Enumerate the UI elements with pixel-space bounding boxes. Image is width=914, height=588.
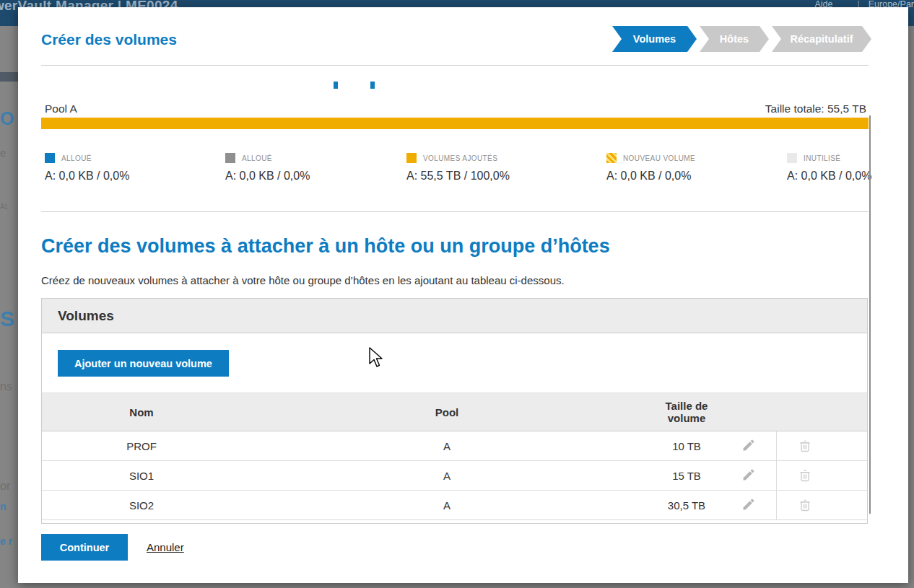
column-header-size: Taille de volume	[653, 400, 721, 424]
backdrop-text-fragment: e r	[0, 535, 18, 547]
legend-item-unused: INUTILISÉ A: 0,0 KB / 0,0%	[787, 153, 874, 183]
legend-item-added-volumes: VOLUMES AJOUTÉS A: 55,5 TB / 100,0%	[406, 153, 580, 183]
backdrop-text-fragment: ns	[0, 380, 18, 393]
backdrop-text-fragment: or	[0, 480, 18, 493]
legend-swatch-allocated-blue	[45, 153, 55, 163]
pool-name: Pool A	[45, 102, 77, 115]
volume-name: SIO1	[42, 470, 241, 482]
legend-value: A: 0,0 KB / 0,0%	[606, 170, 780, 183]
backdrop-text-fragment: AL	[0, 203, 18, 211]
table-row: PROF A 10 TB	[42, 431, 867, 461]
table-header-row: Nom Pool Taille de volume	[42, 392, 867, 431]
volume-pool: A	[241, 440, 653, 452]
edit-icon[interactable]	[741, 497, 756, 512]
backdrop-text-fragment: e	[0, 146, 18, 159]
legend-label: ALLOUÉ	[242, 154, 272, 162]
legend-value: A: 0,0 KB / 0,0%	[787, 170, 874, 183]
legend-label: ALLOUÉ	[61, 154, 92, 162]
backdrop-text-fragment: S	[0, 307, 18, 331]
volume-size: 15 TB	[653, 470, 721, 482]
legend-swatch-unused	[787, 153, 797, 163]
legend-item-allocated-blue: ALLOUÉ A: 0,0 KB / 0,0%	[45, 153, 218, 183]
continue-button[interactable]: Continuer	[41, 534, 128, 561]
scrollbar-thumb[interactable]	[869, 115, 871, 514]
dialog-title: Créer des volumes	[41, 31, 177, 48]
delete-icon[interactable]	[798, 498, 812, 512]
legend-swatch-added-volumes	[406, 153, 417, 163]
create-volumes-dialog: Créer des volumes Volumes Hôtes Récapitu…	[18, 7, 908, 583]
screen: PowerVault Manager | ME0024 Aide | Europ…	[0, 0, 914, 588]
legend-value: A: 0,0 KB / 0,0%	[45, 170, 218, 183]
edit-icon[interactable]	[741, 468, 756, 482]
backdrop-text-fragment: n	[0, 501, 18, 512]
volume-size: 30,5 TB	[653, 499, 721, 512]
volumes-table: Nom Pool Taille de volume PROF A 10 TB	[42, 392, 867, 520]
clipped-legend-fragment	[334, 82, 338, 89]
wizard-step-volumes[interactable]: Volumes	[612, 26, 697, 52]
volume-size: 10 TB	[653, 440, 721, 452]
volume-name: SIO2	[42, 499, 241, 512]
legend-value: A: 0,0 KB / 0,0%	[225, 170, 399, 183]
volume-name: PROF	[42, 440, 241, 452]
volumes-panel-title: Volumes	[42, 299, 867, 333]
legend-swatch-new-volume	[606, 153, 617, 163]
edit-icon[interactable]	[741, 438, 756, 452]
delete-icon[interactable]	[798, 468, 812, 483]
volume-pool: A	[241, 499, 653, 512]
pool-total-size: Taille totale: 55,5 TB	[765, 102, 866, 115]
section-description: Créez de nouveaux volumes à attacher à v…	[41, 274, 565, 286]
cancel-link[interactable]: Annuler	[147, 541, 184, 553]
wizard-steps: Volumes Hôtes Récapitulatif	[609, 26, 871, 52]
clipped-legend-fragment	[370, 82, 375, 89]
table-row: SIO2 A 30,5 TB	[42, 491, 867, 520]
table-row: SIO1 A 15 TB	[42, 461, 867, 491]
legend-item-allocated-gray: ALLOUÉ A: 0,0 KB / 0,0%	[225, 153, 399, 183]
legend-label: NOUVEAU VOLUME	[623, 154, 695, 162]
pool-capacity-bar	[41, 118, 869, 129]
legend-label: VOLUMES AJOUTÉS	[423, 154, 497, 162]
mouse-cursor	[368, 347, 384, 372]
backdrop-sidebar-fragment	[0, 72, 18, 82]
wizard-step-hotes[interactable]: Hôtes	[700, 26, 769, 52]
column-header-name: Nom	[42, 406, 241, 418]
column-header-delete	[776, 393, 867, 431]
volume-pool: A	[241, 470, 653, 482]
section-heading: Créer des volumes à attacher à un hôte o…	[41, 235, 610, 258]
legend-value: A: 55,5 TB / 100,0%	[406, 170, 580, 183]
legend-swatch-allocated-gray	[225, 153, 235, 163]
legend-item-new-volume: NOUVEAU VOLUME A: 0,0 KB / 0,0%	[606, 153, 780, 183]
backdrop-text-fragment: O	[0, 108, 18, 129]
column-header-pool: Pool	[241, 406, 653, 418]
add-volume-button[interactable]: Ajouter un nouveau volume	[58, 350, 229, 377]
section-divider	[41, 211, 869, 212]
legend-label: INUTILISÉ	[804, 154, 840, 162]
volumes-panel: Volumes Ajouter un nouveau volume Nom Po…	[41, 298, 868, 524]
wizard-step-recapitulatif[interactable]: Récapitulatif	[772, 26, 871, 52]
header-divider	[41, 65, 869, 66]
delete-icon[interactable]	[798, 439, 812, 453]
